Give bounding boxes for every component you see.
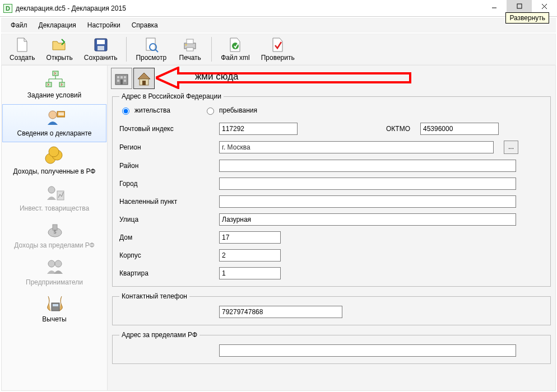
street-label: Улица	[119, 216, 215, 223]
flat-input[interactable]	[219, 267, 281, 279]
radio-stay[interactable]: пребывания	[204, 106, 257, 115]
menubar: Файл Декларация Настройки Справка	[1, 18, 556, 32]
svg-rect-38	[117, 80, 119, 82]
svg-marker-43	[156, 68, 410, 88]
svg-point-24	[49, 147, 59, 157]
group-phone: Контактный телефон	[112, 292, 551, 325]
menu-declaration[interactable]: Декларация	[34, 20, 81, 31]
xml-file-icon	[228, 37, 243, 53]
toolbar-file-xml-label: Файл xml	[221, 54, 250, 62]
svg-rect-36	[120, 76, 123, 78]
sidebar-invest-label: Инвест. товарищества	[20, 204, 89, 212]
new-file-icon	[15, 37, 30, 53]
toolbar: Создать Открыть Сохранить Просмотр Печат…	[1, 34, 556, 65]
radio-stay-label: пребывания	[219, 106, 257, 114]
maximize-tooltip: Развернуть	[505, 12, 549, 24]
toolbar-save-label: Сохранить	[84, 54, 118, 62]
radio-stay-input[interactable]	[207, 108, 214, 115]
radio-residence[interactable]: жительства	[119, 106, 170, 115]
menu-settings[interactable]: Настройки	[83, 20, 125, 31]
building-label: Корпус	[119, 251, 215, 259]
toolbar-print[interactable]: Печать	[173, 35, 207, 63]
oktmo-label: ОКТМО	[386, 125, 410, 133]
sidebar-item-deductions[interactable]: Вычеты	[2, 291, 107, 328]
settlement-label: Населенный пункт	[119, 198, 215, 206]
svg-rect-1	[517, 4, 522, 8]
region-pick-button[interactable]: ...	[504, 141, 518, 154]
toolbar-open-label: Открыть	[47, 54, 73, 62]
region-label: Регион	[119, 143, 215, 151]
svg-point-13	[185, 44, 187, 46]
toolbar-check-label: Проверить	[261, 54, 295, 62]
foreign-income-icon: $	[44, 220, 65, 239]
entrepreneurs-icon	[44, 257, 65, 276]
sidebar-income-rf-label: Доходы, полученные в РФ	[13, 167, 96, 175]
sidebar-item-entrepreneurs: Предприниматели	[2, 254, 107, 291]
open-folder-icon	[52, 37, 67, 53]
conditions-icon	[44, 70, 65, 89]
sidebar-declarant-label: Сведения о декларанте	[17, 129, 92, 137]
toolbar-check[interactable]: Проверить	[257, 35, 299, 63]
toolbar-print-label: Печать	[179, 54, 201, 62]
income-rf-icon	[44, 146, 65, 165]
region-display	[219, 141, 494, 153]
sidebar-item-invest: Инвест. товарищества	[2, 180, 107, 217]
declarant-icon	[44, 108, 65, 127]
city-input[interactable]	[219, 178, 516, 190]
window-title: декларация.dc5 - Декларация 2015	[16, 4, 126, 12]
svg-line-9	[155, 49, 158, 52]
toolbar-preview[interactable]: Просмотр	[131, 35, 171, 63]
sidebar: Задание условий Сведения о декларанте До…	[1, 65, 108, 391]
flat-label: Квартира	[119, 269, 215, 277]
sidebar-item-conditions[interactable]: Задание условий	[2, 67, 107, 104]
toolbar-preview-label: Просмотр	[136, 54, 166, 62]
house-label: Дом	[119, 234, 215, 241]
toolbar-separator	[126, 37, 127, 62]
postal-label: Почтовый индекс	[119, 125, 215, 133]
district-input[interactable]	[219, 160, 516, 172]
svg-point-25	[48, 186, 55, 193]
group-address-rf: Адрес в Российской Федерации жительства …	[112, 92, 551, 287]
tab-personal-info[interactable]	[111, 68, 132, 89]
sidebar-item-income-rf[interactable]: Доходы, полученные в РФ	[2, 143, 107, 180]
group-phone-title: Контактный телефон	[119, 292, 189, 300]
district-label: Район	[119, 162, 215, 170]
svg-rect-21	[58, 114, 64, 115]
postal-input[interactable]	[219, 123, 298, 135]
menu-file[interactable]: Файл	[6, 20, 32, 31]
radio-residence-input[interactable]	[122, 108, 129, 115]
toolbar-open[interactable]: Открыть	[42, 35, 77, 63]
house-input[interactable]	[219, 231, 281, 244]
toolbar-separator	[211, 37, 212, 62]
svg-point-18	[49, 111, 57, 119]
house-icon	[136, 70, 152, 87]
titlebar: D декларация.dc5 - Декларация 2015 Разве…	[0, 0, 557, 17]
svg-point-30	[48, 260, 55, 267]
svg-rect-37	[124, 76, 126, 78]
sidebar-entrepreneurs-label: Предприниматели	[26, 278, 83, 286]
close-button[interactable]	[532, 0, 557, 12]
toolbar-save[interactable]: Сохранить	[80, 35, 122, 63]
svg-rect-33	[53, 304, 58, 306]
street-input[interactable]	[219, 213, 516, 226]
check-icon	[270, 37, 286, 53]
minimize-button[interactable]	[481, 0, 507, 12]
svg-rect-39	[124, 80, 126, 82]
svg-text:$: $	[53, 229, 56, 235]
print-icon	[182, 37, 198, 53]
sidebar-deductions-label: Вычеты	[42, 315, 66, 323]
phone-input[interactable]	[219, 306, 342, 318]
sidebar-item-declarant[interactable]: Сведения о декларанте	[2, 104, 106, 142]
sidebar-conditions-label: Задание условий	[27, 91, 81, 99]
toolbar-create[interactable]: Создать	[5, 35, 40, 63]
settlement-input[interactable]	[219, 195, 516, 208]
menu-help[interactable]: Справка	[127, 20, 163, 31]
building-input[interactable]	[219, 249, 281, 262]
app-icon: D	[3, 4, 12, 13]
maximize-button[interactable]	[507, 0, 532, 12]
svg-rect-6	[98, 46, 104, 50]
toolbar-file-xml[interactable]: Файл xml	[216, 35, 254, 63]
tab-address[interactable]	[133, 68, 155, 89]
preview-icon	[143, 37, 159, 53]
oktmo-input[interactable]	[420, 123, 499, 135]
